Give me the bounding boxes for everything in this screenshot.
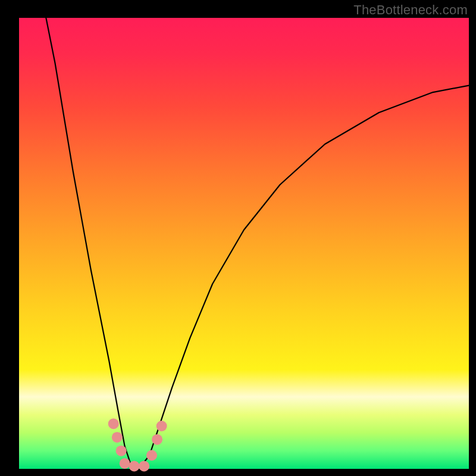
marker-point [120, 458, 130, 469]
marker-point [156, 421, 167, 431]
marker-point [152, 434, 162, 445]
marker-point [116, 446, 127, 456]
marker-point [146, 450, 157, 461]
marker-point [129, 461, 140, 471]
chart-svg [0, 0, 476, 476]
watermark-text: TheBottleneck.com [353, 2, 468, 18]
marker-point [139, 461, 149, 471]
marker-point [108, 418, 119, 429]
chart-container: TheBottleneck.com [0, 0, 476, 476]
marker-point [112, 432, 123, 443]
